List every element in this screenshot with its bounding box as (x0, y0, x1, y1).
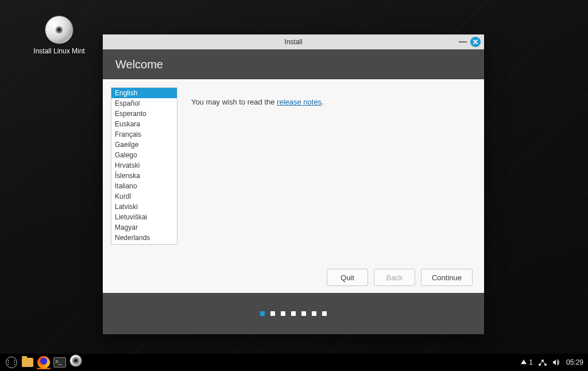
button-row: Quit Back Continue (327, 269, 473, 286)
installer-window: Install Welcome EnglishEspañolEsperantoE… (103, 34, 484, 334)
quit-button[interactable]: Quit (327, 269, 368, 286)
language-option[interactable]: Íslenska (111, 171, 177, 181)
language-list[interactable]: EnglishEspañolEsperantoEuskaraFrançaisGa… (111, 87, 177, 245)
language-option[interactable]: Italiano (111, 181, 177, 191)
start-menu-button[interactable]: ⋮⋮ (5, 355, 18, 369)
close-button[interactable] (470, 37, 481, 47)
language-option[interactable]: Esperanto (111, 109, 177, 119)
close-icon (473, 39, 478, 45)
files-launcher[interactable] (21, 355, 34, 369)
desktop-install-label: Install Linux Mint (33, 47, 85, 55)
window-titlebar[interactable]: Install (103, 34, 484, 49)
notification-count: 1 (529, 358, 533, 366)
header-strip: Welcome (103, 49, 484, 79)
speaker-icon (552, 359, 560, 366)
notification-icon (520, 359, 527, 366)
language-option[interactable]: Galego (111, 150, 177, 160)
step-dot (281, 311, 285, 316)
language-option[interactable]: English (111, 88, 177, 98)
step-dot (301, 311, 306, 316)
language-option[interactable]: Nederlands (111, 233, 177, 243)
minimize-button[interactable] (459, 41, 467, 42)
step-dot (312, 311, 316, 316)
language-option[interactable]: Lietuviškai (111, 212, 177, 222)
desktop-install-icon[interactable]: Install Linux Mint (33, 16, 85, 55)
back-button: Back (374, 269, 415, 286)
language-option[interactable]: Français (111, 129, 177, 140)
installer-taskbar-entry[interactable] (69, 355, 83, 369)
cd-icon (45, 16, 73, 44)
desktop: Install Linux Mint Install Welcome Engli… (0, 0, 588, 371)
step-dot (270, 311, 275, 316)
info-suffix: . (322, 98, 324, 106)
network-icon (539, 359, 547, 366)
language-option[interactable]: Hrvatski (111, 160, 177, 171)
notification-tray[interactable]: 1 (520, 358, 533, 366)
taskbar: ⋮⋮ >_ 1 (0, 354, 588, 371)
step-dot (291, 311, 296, 316)
mint-logo-icon: ⋮⋮ (6, 357, 17, 368)
clock[interactable]: 05:29 (566, 358, 583, 366)
window-title: Install (284, 38, 302, 46)
sound-tray[interactable] (552, 359, 560, 366)
step-dot (260, 311, 265, 316)
language-option[interactable]: Español (111, 98, 177, 109)
language-option[interactable]: No localization (UTF-8) (111, 243, 177, 245)
language-option[interactable]: Kurdî (111, 191, 177, 202)
step-dot (322, 311, 327, 316)
info-prefix: You may wish to read the (191, 98, 277, 106)
language-option[interactable]: Magyar (111, 222, 177, 233)
window-body: EnglishEspañolEsperantoEuskaraFrançaisGa… (103, 79, 484, 293)
cd-icon (70, 355, 82, 366)
page-title: Welcome (115, 58, 163, 71)
terminal-launcher[interactable]: >_ (53, 355, 67, 369)
language-option[interactable]: Latviski (111, 202, 177, 212)
info-text: You may wish to read the release notes. (177, 79, 484, 293)
continue-button[interactable]: Continue (421, 269, 473, 286)
language-option[interactable]: Euskara (111, 119, 177, 129)
folder-icon (22, 358, 33, 367)
firefox-icon (37, 356, 50, 369)
terminal-icon: >_ (53, 357, 66, 368)
firefox-launcher[interactable] (37, 355, 51, 369)
release-notes-link[interactable]: release notes (277, 98, 322, 106)
network-tray[interactable] (539, 359, 547, 366)
language-option[interactable]: Gaeilge (111, 140, 177, 150)
step-indicator (103, 293, 484, 334)
